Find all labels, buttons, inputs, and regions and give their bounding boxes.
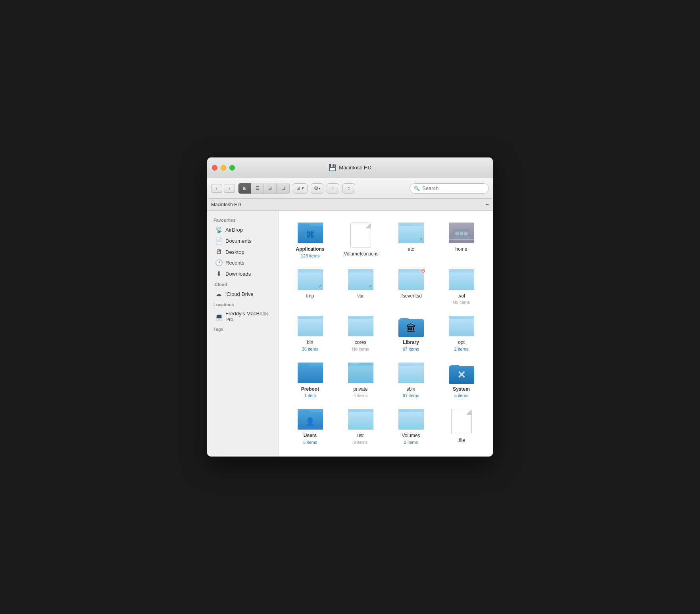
sidebar-item-desktop[interactable]: 🖥 Desktop [209,247,277,257]
volumes-count: 2 items [404,440,418,445]
svg-point-1 [455,232,459,236]
tmp-name: tmp [306,293,314,299]
action-chevron: ▾ [319,186,321,190]
minimize-button[interactable] [221,165,226,171]
file-item-volumeicon[interactable]: .VolumeIcon.icns [337,219,384,262]
sidebar-item-recents[interactable]: 🕐 Recents [209,257,277,268]
back-button[interactable]: ‹ [211,184,222,193]
file-item-users[interactable]: 👤 Users 3 items [287,405,334,449]
sidebar-item-downloads[interactable]: ⬇ Downloads [209,269,277,279]
vol-name: .vol [458,293,465,299]
usr-folder-icon [348,409,373,430]
tag-button[interactable]: ○ [342,183,355,194]
icon-view-button[interactable]: ⊞ [238,183,251,194]
alias-arrow-tmp: ↗ [318,284,321,288]
add-tab-button[interactable]: + [485,201,489,208]
alias-arrow-var: ↗ [369,284,372,288]
sidebar-item-desktop-label: Desktop [225,249,244,255]
file-item-cores[interactable]: cores No items [337,312,384,355]
applications-folder-icon: ⌘ [298,223,323,243]
share-button[interactable]: ↑ [327,183,339,194]
toolbar: ‹ › ⊞ ☰ ⊟ ⊡ ⊞ ▾ ⚙ ▾ ↑ ○ 🔍 [207,178,493,199]
var-folder-icon: ↗ [348,269,373,290]
icloud-section-title: iCloud [207,280,278,288]
sidebar-item-recents-label: Recents [225,260,244,266]
file-item-opt[interactable]: opt 2 items [438,312,485,355]
sidebar-item-airdrop[interactable]: 📡 AirDrop [209,224,277,235]
airdrop-icon: 📡 [215,226,222,234]
cover-view-button[interactable]: ⊡ [277,183,289,194]
preboot-folder-icon [298,363,323,383]
file-item-sbin[interactable]: sbin 61 items [387,359,435,402]
desktop-icon: 🖥 [215,248,222,255]
sidebar-item-documents[interactable]: 📄 Documents [209,236,277,246]
home-svg [453,226,470,240]
opt-name: opt [458,340,465,346]
applications-count: 123 items [301,253,320,258]
search-input[interactable] [422,185,485,191]
file-item-applications[interactable]: ⌘ Applications 123 items [287,219,334,262]
system-count: 5 items [454,393,468,398]
var-name: var [357,293,364,299]
file-item-bin[interactable]: bin 36 items [287,312,334,355]
action-button[interactable]: ⚙ ▾ [311,183,323,194]
search-icon: 🔍 [414,186,420,191]
svg-point-3 [464,232,468,236]
users-name: Users [304,433,317,439]
users-count: 3 items [303,440,317,445]
column-view-button[interactable]: ⊟ [264,183,277,194]
sbin-count: 61 items [403,393,419,398]
file-item-private[interactable]: private 4 items [337,359,384,402]
close-button[interactable] [212,165,217,171]
maximize-button[interactable] [229,165,235,171]
svg-point-2 [460,232,463,236]
sidebar-item-macbook-label: Freddy's MacBook Pro [225,311,270,322]
tags-section-title: Tags [207,324,278,333]
pathbar: Macintosh HD + [207,199,493,211]
group-dropdown[interactable]: ⊞ ▾ [293,183,308,194]
fseventsd-name: .fseventsd [400,293,422,299]
file-item-tmp[interactable]: ↗ tmp [287,265,334,309]
file-grid: ⌘ Applications 123 items .VolumeIcon.icn… [279,211,493,457]
file-item-volumes[interactable]: Volumes 2 items [387,405,435,449]
drive-icon: 💾 [329,164,337,171]
users-folder-icon: 👤 [298,409,323,430]
volumes-name: Volumes [402,433,420,439]
file-item-fseventsd[interactable]: .fseventsd [387,265,435,309]
file-item-system[interactable]: ✕ System 5 items [438,359,485,402]
file-item-file[interactable]: .file [438,405,485,449]
sidebar-item-macbook[interactable]: 💻 Freddy's MacBook Pro [209,309,277,324]
traffic-lights [212,165,235,171]
sbin-folder-icon [398,363,424,383]
file-item-home[interactable]: home [438,219,485,262]
view-controls: ⊞ ☰ ⊟ ⊡ [238,183,290,194]
file-item-usr[interactable]: usr 9 items [337,405,384,449]
bin-name: bin [307,340,313,346]
sidebar: Favourites 📡 AirDrop 📄 Documents 🖥 Deskt… [207,211,279,457]
etc-name: etc [408,246,414,253]
opt-folder-icon [449,316,474,336]
group-icon: ⊞ [296,186,300,191]
tmp-folder-icon: ↗ [298,269,323,290]
sidebar-item-downloads-label: Downloads [225,271,251,277]
file-item-library[interactable]: 🏛 Library 67 items [387,312,435,355]
volumes-folder-icon [398,409,424,430]
pathbar-title: Macintosh HD [211,202,241,207]
file-item-preboot[interactable]: Preboot 1 item [287,359,334,402]
icloud-icon: ☁ [215,290,222,298]
file-item-vol[interactable]: .vol No items [438,265,485,309]
file-item-etc[interactable]: ↗ etc [387,219,435,262]
bin-folder-icon [298,316,323,336]
search-box[interactable]: 🔍 [410,183,489,194]
file-item-var[interactable]: ↗ var [337,265,384,309]
tag-icon: ○ [347,185,350,191]
home-name: home [455,246,467,253]
fseventsd-folder-icon [398,269,424,290]
volumeicon-doc-icon [350,223,371,248]
favourites-section-title: Favourites [207,215,278,224]
downloads-icon: ⬇ [215,270,222,278]
alias-arrow: ↗ [419,237,422,242]
forward-button[interactable]: › [224,184,235,193]
list-view-button[interactable]: ☰ [251,183,264,194]
sidebar-item-icloud-drive[interactable]: ☁ iCloud Drive [209,289,277,299]
